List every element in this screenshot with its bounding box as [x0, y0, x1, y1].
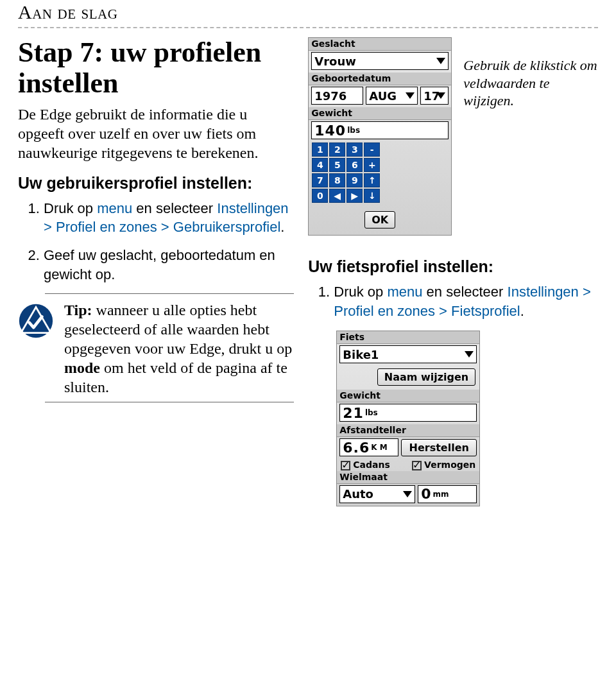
tip-box: Tip: wanneer u alle opties hebt geselect… — [18, 300, 294, 397]
device2-cadence-checkbox[interactable]: Cadans — [341, 460, 390, 470]
keypad-key[interactable]: 8 — [329, 173, 345, 187]
menu-link: menu — [97, 200, 132, 216]
device1-field-month[interactable]: AUG — [366, 87, 418, 105]
keypad-key[interactable]: ◀ — [329, 189, 345, 203]
tip-bottom-rule — [45, 402, 294, 402]
dropdown-icon — [403, 491, 412, 497]
tip-top-rule — [45, 293, 294, 294]
device-screenshot-user-profile: Geslacht Vrouw Geboortedatum 1976 AUG 17… — [308, 37, 452, 236]
device1-ok-button[interactable]: OK — [364, 211, 395, 228]
tip-text: Tip: wanneer u alle opties hebt geselect… — [64, 300, 294, 397]
keypad-key[interactable]: 5 — [329, 158, 345, 172]
device1-field-year[interactable]: 1976 — [311, 87, 363, 105]
intro-paragraph: De Edge gebruikt de informatie die u opg… — [18, 105, 294, 162]
device1-field-weight[interactable]: 140lbs — [311, 121, 449, 139]
device-screenshot-bike-profile: Fiets Bike1 Naam wijzigen Gewicht 21lbs … — [336, 331, 480, 506]
device2-label-wheelsize: Wielmaat — [337, 471, 479, 484]
left-column: Stap 7: uw profielen instellen De Edge g… — [18, 37, 294, 506]
tip-check-icon — [18, 303, 54, 339]
menu-link: menu — [387, 284, 422, 300]
device2-field-distance[interactable]: 6.6K M — [339, 438, 398, 456]
dropdown-icon — [436, 58, 445, 64]
device2-field-bike[interactable]: Bike1 — [339, 345, 477, 363]
keypad-key[interactable]: 9 — [346, 173, 363, 187]
keypad-key[interactable]: 4 — [312, 158, 328, 172]
device2-field-weight[interactable]: 21lbs — [339, 404, 477, 422]
keypad-key[interactable]: 7 — [312, 173, 328, 187]
device2-reset-button[interactable]: Herstellen — [401, 439, 477, 456]
device1-keypad: 123- 456+ 789↑ 0◀▶↓ — [311, 142, 449, 203]
keypad-key[interactable]: 2 — [329, 142, 345, 157]
dropdown-icon — [406, 92, 415, 99]
right-column: Geslacht Vrouw Geboortedatum 1976 AUG 17… — [308, 37, 598, 506]
device2-label-weight: Gewicht — [337, 390, 479, 402]
keypad-key[interactable]: 0 — [312, 189, 328, 203]
device2-field-wheel-mm[interactable]: 0mm — [418, 485, 477, 503]
device1-label-gender: Geslacht — [309, 38, 451, 51]
dropdown-icon — [436, 92, 445, 99]
device1-field-gender[interactable]: Vrouw — [311, 52, 449, 70]
keypad-key[interactable]: ▶ — [346, 189, 363, 203]
keypad-key[interactable]: 1 — [312, 142, 328, 157]
screenshot-caption: Gebruik de klikstick om veldwaarden te w… — [463, 56, 598, 110]
device2-field-wheel-auto[interactable]: Auto — [339, 485, 415, 503]
keypad-key[interactable]: ↑ — [364, 173, 380, 187]
user-profile-heading: Uw gebruikersprofiel instellen: — [18, 174, 294, 193]
keypad-key[interactable]: 3 — [346, 142, 363, 157]
keypad-key[interactable]: ↓ — [364, 189, 380, 203]
header-divider — [18, 27, 598, 28]
device2-sensor-row: Cadans Vermogen — [337, 459, 479, 471]
device1-field-day[interactable]: 17 — [420, 87, 449, 105]
page-footer: 8 Gebruiksaanwijzing Edge 605/705 — [18, 506, 598, 681]
bike-profile-step-1: Druk op menu en selecteer Instellingen >… — [334, 282, 598, 320]
bike-profile-heading: Uw fietsprofiel instellen: — [308, 257, 598, 276]
user-profile-step-1: Druk op menu en selecteer Instellingen >… — [44, 199, 294, 237]
keypad-key[interactable]: + — [364, 158, 380, 172]
device2-rename-button[interactable]: Naam wijzigen — [377, 368, 475, 386]
bike-profile-steps: Druk op menu en selecteer Instellingen >… — [308, 282, 598, 320]
device2-power-checkbox[interactable]: Vermogen — [412, 460, 475, 470]
device1-label-birthdate: Geboortedatum — [309, 73, 451, 85]
page-title: Stap 7: uw profielen instellen — [18, 37, 294, 99]
keypad-key[interactable]: 6 — [346, 158, 363, 172]
dropdown-icon — [465, 351, 474, 358]
device1-label-weight: Gewicht — [309, 107, 451, 120]
device2-label-odometer: Afstandteller — [337, 424, 479, 437]
device2-label-bike: Fiets — [337, 331, 479, 344]
user-profile-steps: Druk op menu en selecteer Instellingen >… — [18, 199, 294, 284]
keypad-key[interactable]: - — [364, 142, 380, 157]
section-header: Aan de slag — [18, 1, 598, 23]
user-profile-step-2: Geef uw geslacht, geboortedatum en gewic… — [44, 246, 294, 284]
